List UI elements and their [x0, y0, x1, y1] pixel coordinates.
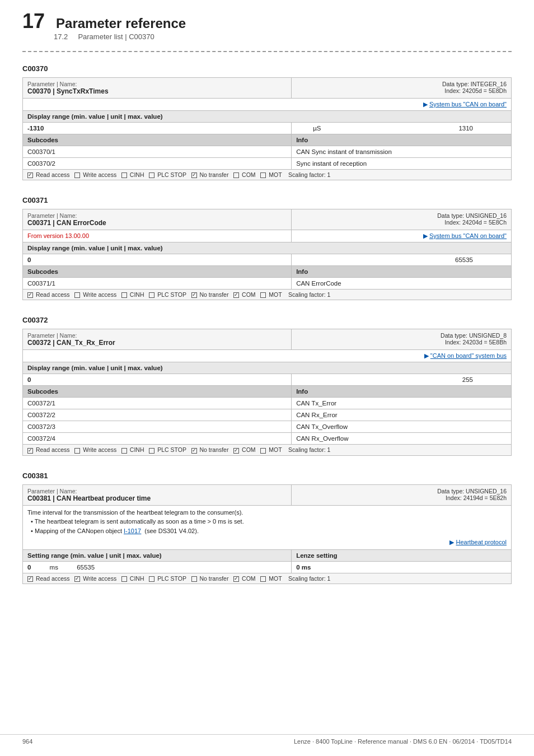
display-range-row-c00371: 0 65535	[23, 254, 512, 266]
notransfer-check	[191, 448, 197, 454]
param-block-c00381: C00381 Parameter | Name: C00381 | CAN He…	[22, 472, 512, 584]
copyright: Lenze · 8400 TopLine · Reference manual …	[294, 738, 512, 745]
footer-row-c00371: Read access Write access CINH PLC STOP N…	[23, 290, 512, 300]
page-footer: 964 Lenze · 8400 TopLine · Reference man…	[0, 734, 534, 745]
read-access-check	[27, 576, 33, 582]
notransfer-check	[191, 172, 197, 178]
plcstop-check	[149, 576, 154, 582]
from-version-c00371: From version 13.00.00	[27, 232, 89, 239]
cinh-check	[121, 172, 127, 178]
subcodes-header-c00371: Subcodes Info	[23, 266, 512, 278]
subcode-row-c00370-2: C00370/2 Sync instant of reception	[23, 158, 512, 170]
com-check	[233, 292, 239, 298]
write-access-check	[74, 172, 80, 178]
param-block-c00370: C00370 Parameter | Name: C00370 | SyncTx…	[22, 64, 512, 180]
system-bus-row-c00370: System bus "CAN on board"	[23, 99, 512, 111]
mot-check	[260, 576, 266, 582]
display-range-header-c00381: Setting range (min. value | unit | max. …	[23, 549, 512, 561]
page-number: 964	[22, 738, 32, 745]
footer-row-c00381: Read access Write access CINH PLC STOP N…	[23, 573, 512, 584]
read-access-check	[27, 172, 33, 178]
write-access-check	[74, 292, 80, 298]
param-block-c00371: C00371 Parameter | Name: C00371 | CAN Er…	[22, 196, 512, 300]
param-label-c00371: Parameter | Name:	[27, 212, 287, 219]
subcode-row-c00372-2: C00372/2 CAN Rx_Error	[23, 409, 512, 421]
cinh-check	[121, 576, 127, 582]
subcode-row-c00370-1: C00370/1 CAN Sync instant of transmissio…	[23, 146, 512, 158]
param-header-c00371: Parameter | Name: C00371 | CAN ErrorCode…	[23, 209, 512, 230]
mot-check	[260, 448, 266, 454]
display-range-row-c00381: 0 ms 65535 0 ms	[23, 561, 512, 573]
mot-check	[260, 172, 266, 178]
param-label: Parameter | Name:	[27, 81, 287, 87]
display-range-header-c00372: Display range (min. value | unit | max. …	[23, 362, 512, 374]
write-access-check	[74, 448, 80, 454]
cinh-check	[121, 448, 127, 454]
data-type-c00381: Data type: UNSIGNED_16	[296, 488, 507, 494]
description-row-c00381: Time interval for the transmission of th…	[23, 505, 512, 549]
param-name-c00371: C00371 | CAN ErrorCode	[27, 219, 287, 227]
param-header-c00370: Parameter | Name: C00370 | SyncTxRxTimes…	[23, 78, 512, 99]
param-name-c00372: C00372 | CAN_Tx_Rx_Error	[27, 339, 287, 347]
description-c00381: Time interval for the transmission of th…	[23, 505, 512, 549]
system-bus-link-c00372[interactable]: "CAN on board" system bus	[23, 350, 512, 362]
data-type-c00371: Data type: UNSIGNED_16	[296, 212, 507, 219]
plcstop-check	[149, 448, 154, 454]
data-type-c00370: Data type: INTEGER_16	[296, 81, 507, 87]
param-block-c00372: C00372 Parameter | Name: C00372 | CAN_Tx…	[22, 316, 512, 455]
from-version-row-c00371: From version 13.00.00 System bus "CAN on…	[23, 230, 512, 242]
com-check	[233, 576, 239, 582]
index-c00371: Index: 24204d = 5E8Ch	[296, 219, 507, 226]
divider	[22, 51, 512, 52]
param-table-c00381: Parameter | Name: C00381 | CAN Heartbeat…	[22, 484, 512, 584]
section-number: 17.2 Parameter list | C00370	[54, 32, 512, 41]
subcodes-header-c00370: Subcodes Info	[23, 134, 512, 146]
system-bus-link-c00371[interactable]: System bus "CAN on board"	[292, 230, 512, 242]
display-range-row-c00370: -1310 µS1310	[23, 123, 512, 134]
canopen-link[interactable]: I-1017	[124, 528, 141, 534]
read-access-check	[27, 292, 33, 298]
com-check	[233, 448, 239, 454]
section-label-c00372: C00372	[22, 316, 512, 324]
chapter-title: Parameter reference	[56, 16, 186, 31]
write-access-check	[74, 576, 80, 582]
param-table-c00371: Parameter | Name: C00371 | CAN ErrorCode…	[22, 209, 512, 300]
index-c00372: Index: 24203d = 5E8Bh	[296, 339, 507, 346]
subcode-row-c00372-4: C00372/4 CAN Rx_Overflow	[23, 433, 512, 445]
cinh-check	[121, 292, 127, 298]
plcstop-check	[149, 292, 154, 298]
notransfer-check	[191, 576, 197, 582]
index-c00381: Index: 24194d = 5E82h	[296, 494, 507, 501]
com-check	[233, 172, 239, 178]
footer-row-c00370: Read access Write access CINH PLC STOP N…	[23, 170, 512, 180]
subcodes-header-c00372: Subcodes Info	[23, 386, 512, 398]
param-name-c00381: C00381 | CAN Heartbeat producer time	[27, 494, 287, 502]
display-range-header-c00371: Display range (min. value | unit | max. …	[23, 242, 512, 254]
param-name-c00370: C00370 | SyncTxRxTimes	[27, 87, 287, 95]
section-label-c00381: C00381	[22, 472, 512, 480]
param-label-c00372: Parameter | Name:	[27, 332, 287, 339]
system-bus-link-c00370[interactable]: System bus "CAN on board"	[23, 99, 512, 111]
param-header-c00372: Parameter | Name: C00372 | CAN_Tx_Rx_Err…	[23, 329, 512, 350]
plcstop-check	[149, 172, 154, 178]
display-range-row-c00372: 0 255	[23, 374, 512, 386]
read-access-check	[27, 448, 33, 454]
mot-check	[260, 292, 266, 298]
index-c00370: Index: 24205d = 5E8Dh	[296, 87, 507, 94]
chapter-number: 17	[22, 11, 45, 31]
heartbeat-protocol-link[interactable]: Heartbeat protocol	[27, 538, 507, 547]
system-bus-row-c00372: "CAN on board" system bus	[23, 350, 512, 362]
subcode-row-c00372-1: C00372/1 CAN Tx_Error	[23, 398, 512, 409]
page-header: 17 Parameter reference 17.2 Parameter li…	[22, 11, 512, 41]
subcode-row-c00372-3: C00372/3 CAN Tx_Overflow	[23, 421, 512, 433]
notransfer-check	[191, 292, 197, 298]
section-label-c00371: C00371	[22, 196, 512, 204]
param-table-c00372: Parameter | Name: C00372 | CAN_Tx_Rx_Err…	[22, 329, 512, 455]
param-table-c00370: Parameter | Name: C00370 | SyncTxRxTimes…	[22, 77, 512, 180]
footer-row-c00372: Read access Write access CINH PLC STOP N…	[23, 445, 512, 455]
data-type-c00372: Data type: UNSIGNED_8	[296, 332, 507, 339]
section-label-c00370: C00370	[22, 64, 512, 73]
subcode-row-c00371-1: C00371/1 CAN ErrorCode	[23, 278, 512, 290]
display-range-header-c00370: Display range (min. value | unit | max. …	[23, 111, 512, 123]
param-header-c00381: Parameter | Name: C00381 | CAN Heartbeat…	[23, 484, 512, 505]
